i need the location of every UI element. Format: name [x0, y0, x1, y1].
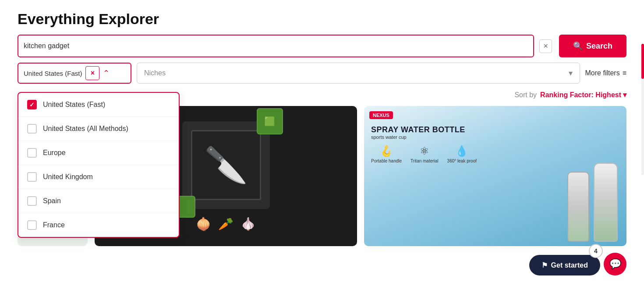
- dropdown-item-label-france: France: [43, 221, 65, 229]
- dropdown-item-us-all[interactable]: United States (All Methods): [18, 117, 179, 141]
- dropdown-item-us-fast[interactable]: United States (Fast): [18, 93, 179, 117]
- feature-label-1: Portable handle: [371, 159, 402, 163]
- search-bar-row: × 🔍 Search: [0, 35, 644, 57]
- search-input-wrapper: [18, 35, 534, 57]
- checkbox-us-fast[interactable]: [27, 100, 37, 109]
- filter-icon: ≡: [623, 69, 626, 77]
- water-bottle-subtitle: sports water cup: [371, 134, 465, 140]
- nexus-badge: NEXUS: [369, 111, 393, 119]
- search-button-label: Search: [586, 42, 612, 51]
- country-chevron-up-icon: ⌃: [103, 68, 110, 78]
- chat-icon: 💬: [609, 258, 621, 270]
- get-started-label: Get started: [551, 261, 588, 269]
- checkbox-spain[interactable]: [27, 196, 37, 206]
- country-clear-button[interactable]: ×: [85, 66, 99, 80]
- sort-chevron-down-icon: ▾: [623, 91, 626, 99]
- dropdown-item-label-spain: Spain: [43, 197, 61, 205]
- scroll-indicator[interactable]: [641, 44, 644, 175]
- dropdown-item-france[interactable]: France: [18, 213, 179, 237]
- dropdown-item-label-us-all: United States (All Methods): [43, 125, 128, 133]
- search-icon: 🔍: [573, 41, 583, 51]
- dropdown-item-uk[interactable]: United Kingdom: [18, 165, 179, 189]
- get-started-button[interactable]: ⚑ Get started: [529, 255, 600, 275]
- flag-icon: ⚑: [541, 261, 548, 269]
- water-bottle-image: NEXUS SPRAY WATER BOTTLE sports water cu…: [364, 106, 626, 246]
- filters-row: United States (Fast) × ⌃ Niches ▾ More f…: [0, 63, 644, 84]
- checkbox-france[interactable]: [27, 220, 37, 230]
- niches-dropdown[interactable]: Niches ▾: [137, 63, 580, 84]
- search-clear-button[interactable]: ×: [539, 39, 552, 53]
- niches-chevron-down-icon: ▾: [569, 68, 573, 78]
- dropdown-item-europe[interactable]: Europe: [18, 141, 179, 165]
- search-input[interactable]: [24, 42, 528, 50]
- search-button[interactable]: 🔍 Search: [559, 35, 626, 57]
- water-bottle-title: SPRAY WATER BOTTLE: [371, 125, 465, 134]
- water-bottle-features: 🪝 Portable handle ⚛ Tritan material 💧 36…: [371, 145, 477, 163]
- country-dropdown-overlay: United States (Fast) United States (All …: [18, 92, 180, 238]
- country-label: United States (Fast): [24, 70, 82, 77]
- notification-badge: 4: [589, 244, 603, 258]
- checkbox-uk[interactable]: [27, 172, 37, 182]
- page-title: Everything Explorer: [18, 11, 626, 28]
- niches-placeholder: Niches: [144, 69, 166, 77]
- dropdown-item-label-uk: United Kingdom: [43, 173, 93, 181]
- sort-label: Sort by: [514, 91, 537, 99]
- dropdown-item-spain[interactable]: Spain: [18, 189, 179, 213]
- feature-label-2: Tritan material: [410, 159, 439, 163]
- sort-value-text: Ranking Factor: Highest: [540, 91, 621, 99]
- more-filters-label: More filters: [585, 69, 620, 77]
- product-card-water-bottle[interactable]: NEXUS SPRAY WATER BOTTLE sports water cu…: [364, 106, 626, 246]
- checkbox-us-all[interactable]: [27, 124, 37, 134]
- dropdown-item-label-europe: Europe: [43, 149, 66, 157]
- country-dropdown[interactable]: United States (Fast) × ⌃: [18, 63, 131, 84]
- more-filters-button[interactable]: More filters ≡: [585, 69, 626, 77]
- scroll-thumb: [641, 44, 644, 79]
- chat-button[interactable]: 💬: [604, 253, 626, 275]
- sort-value[interactable]: Ranking Factor: Highest ▾: [540, 91, 626, 99]
- dropdown-item-label-us-fast: United States (Fast): [43, 101, 105, 109]
- checkbox-europe[interactable]: [27, 148, 37, 158]
- feature-label-3: 360° leak proof: [447, 159, 477, 163]
